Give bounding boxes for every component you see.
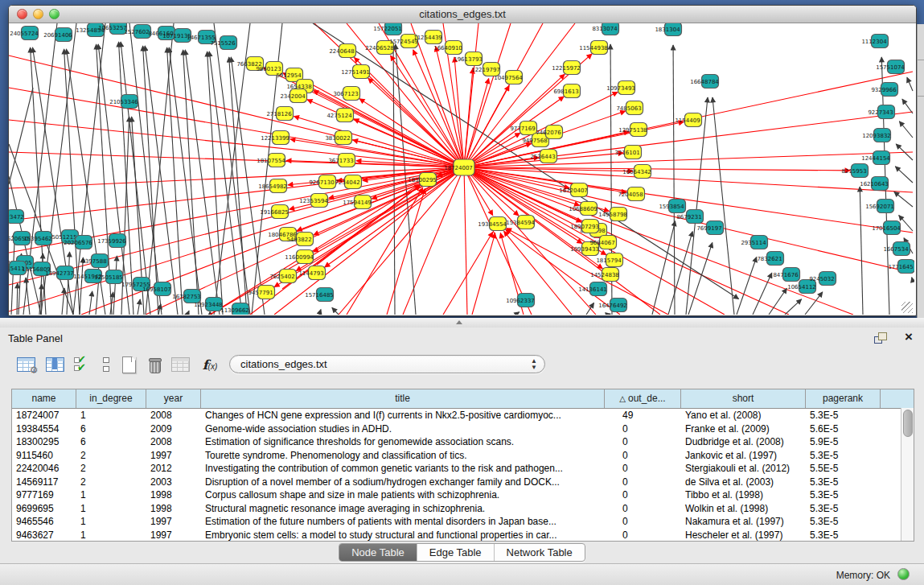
graph-node[interactable]: 15384594 — [506, 216, 535, 229]
panel-divider[interactable] — [0, 318, 924, 328]
divider-handle-icon[interactable] — [456, 320, 464, 325]
network-window-titlebar[interactable]: citations_edges.txt — [9, 6, 916, 23]
graph-node[interactable]: 1154409 — [675, 113, 701, 127]
graph-node[interactable]: 12444154 — [861, 151, 890, 165]
tab-network-table[interactable]: Network Table — [495, 544, 585, 561]
function-builder-icon[interactable]: f(x) — [196, 353, 224, 376]
table-row[interactable]: 1830029562008Estimation of significance … — [12, 435, 914, 449]
graph-node[interactable]: 3830022 — [325, 131, 351, 145]
graph-node[interactable]: 6981613 — [553, 84, 580, 98]
graph-node[interactable]: 20691406 — [43, 28, 72, 42]
graph-node[interactable]: 7832621 — [757, 252, 783, 266]
window-resize-grip[interactable] — [901, 302, 913, 313]
float-panel-icon[interactable] — [874, 332, 887, 344]
graph-node[interactable]: 7625402 — [269, 270, 296, 283]
graph-node[interactable]: 18107554 — [257, 154, 285, 167]
column-header-in_degree[interactable]: in_degree — [76, 389, 146, 408]
table-cell: Wolkin et al. (1998) — [681, 502, 806, 516]
tab-edge-table[interactable]: Edge Table — [417, 544, 495, 561]
table-row[interactable]: 977716911998Corpus callosum shape and si… — [12, 488, 914, 502]
graph-node[interactable]: 15751074 — [876, 60, 905, 74]
table-row[interactable]: 969969511998Structural magnetic resonanc… — [12, 502, 914, 516]
table-row[interactable]: 2242004622012Investigating the contribut… — [12, 462, 914, 476]
graph-node[interactable]: 8313074 — [592, 23, 618, 35]
column-header-pagerank[interactable]: pagerank — [806, 389, 881, 408]
table-selector-dropdown[interactable]: citations_edges.txt ▲▼ — [229, 355, 545, 373]
graph-node[interactable]: 1527602 — [124, 25, 150, 39]
graph-node[interactable]: 2935114 — [741, 236, 767, 249]
graph-node[interactable]: 1771645 — [888, 260, 914, 274]
graph-node[interactable]: 2240648 — [329, 44, 355, 58]
graph-node[interactable]: 1593854 — [659, 200, 685, 213]
graph-node[interactable]: 10962337 — [506, 294, 535, 307]
graph-node[interactable]: 2342004 — [280, 89, 306, 103]
graph-node[interactable]: 4275124 — [326, 109, 353, 122]
graph-node[interactable]: 11309662 — [220, 303, 249, 315]
graph-node[interactable]: 12353594 — [299, 194, 328, 208]
delete-column-icon[interactable] — [143, 353, 166, 376]
graph-node[interactable]: 17359926 — [97, 234, 126, 248]
graph-node[interactable]: 12751491 — [341, 65, 370, 79]
select-all-columns-icon[interactable] — [71, 353, 93, 376]
column-header-title[interactable]: title — [201, 389, 605, 408]
table-row[interactable]: 946554611997Estimation of the future num… — [12, 515, 914, 529]
graph-node[interactable]: 15722051 — [373, 23, 402, 35]
network-canvas[interactable]: 2405572420691406132548541065325715276028… — [9, 23, 914, 315]
table-mode-icon[interactable]: ⚙ — [14, 353, 37, 376]
column-header-year[interactable]: year — [146, 389, 201, 408]
graph-node[interactable]: 10823472 — [9, 210, 24, 224]
graph-node[interactable]: 14524838 — [590, 268, 619, 282]
graph-node[interactable]: 7234042 — [335, 175, 361, 189]
graph-node[interactable]: 16648784 — [690, 75, 719, 89]
graph-node[interactable]: 3216101 — [614, 146, 641, 159]
table-row[interactable]: 911546021997Tourette syndrome. Phenomeno… — [12, 449, 914, 463]
table-cell: 1998 — [146, 488, 201, 502]
graph-node[interactable]: 3671733 — [328, 154, 355, 167]
column-header-name[interactable]: name — [12, 389, 76, 408]
graph-node[interactable]: 2718126 — [266, 107, 293, 121]
column-header-out_de[interactable]: △out_de... — [605, 389, 681, 408]
vertical-scrollbar[interactable] — [901, 408, 914, 541]
graph-node[interactable]: 1831304 — [655, 23, 681, 36]
graph-node[interactable]: 1815794 — [596, 253, 622, 267]
tab-node-table[interactable]: Node Table — [339, 544, 417, 561]
graph-node[interactable]: 24055724 — [10, 27, 39, 40]
graph-node[interactable]: 19166825 — [260, 205, 289, 219]
show-columns-icon[interactable] — [43, 353, 66, 376]
graph-node[interactable]: 11600994 — [285, 250, 314, 264]
table-cell: Disruption of a novel member of a sodium… — [201, 476, 605, 489]
close-panel-icon[interactable]: × — [905, 329, 913, 345]
table-row[interactable]: 946362711997Embryonic stem cells: a mode… — [12, 529, 914, 542]
graph-node[interactable]: 15692071 — [865, 200, 894, 213]
graph-node[interactable]: 16210643 — [860, 177, 889, 191]
table-row[interactable]: 1938455462009Genome-wide association stu… — [12, 422, 914, 436]
graph-node[interactable]: 17016504 — [872, 221, 901, 235]
graph-node[interactable]: 11544938 — [579, 41, 608, 55]
memory-status-label: Memory: OK — [836, 570, 890, 581]
graph-node[interactable]: 12093832 — [862, 129, 891, 142]
graph-node[interactable]: 12215972 — [552, 61, 581, 75]
column-header-short[interactable]: short — [681, 389, 806, 408]
table-row[interactable]: 1456911722003Disruption of a novel membe… — [12, 476, 914, 489]
graph-node[interactable]: 14136141 — [578, 282, 607, 296]
scrollbar-thumb[interactable] — [903, 410, 913, 437]
graph-node[interactable]: 7204058 — [618, 187, 644, 201]
graph-node[interactable]: 8215953 — [841, 164, 868, 178]
table-row[interactable]: 1872400712008Changes of HCN gene express… — [12, 409, 914, 422]
graph-node[interactable]: 8471676 — [773, 268, 799, 282]
node-table: namein_degreeyeartitle△out_de...shortpag… — [11, 389, 914, 542]
table-cell: 1998 — [146, 502, 201, 516]
graph-node[interactable]: 9329966 — [871, 83, 897, 97]
graph-node[interactable]: 15716485 — [305, 288, 334, 302]
graph-node[interactable]: 9267130 — [309, 175, 335, 189]
graph-node[interactable]: 1112304 — [861, 35, 888, 48]
graph-node[interactable]: 19384554 — [478, 217, 507, 231]
create-column-icon[interactable] — [117, 353, 140, 376]
graph-node[interactable]: 9457791 — [248, 286, 274, 299]
citation-network-graph[interactable]: 2405572420691406132548541065325715276028… — [9, 23, 914, 315]
graph-node[interactable]: 16476492 — [598, 299, 627, 312]
hide-rows-icon[interactable] — [95, 353, 117, 376]
graph-node[interactable]: 18907293 — [570, 220, 599, 233]
delete-table-icon[interactable] — [169, 353, 191, 376]
graph-node[interactable]: 1144793 — [298, 266, 325, 280]
